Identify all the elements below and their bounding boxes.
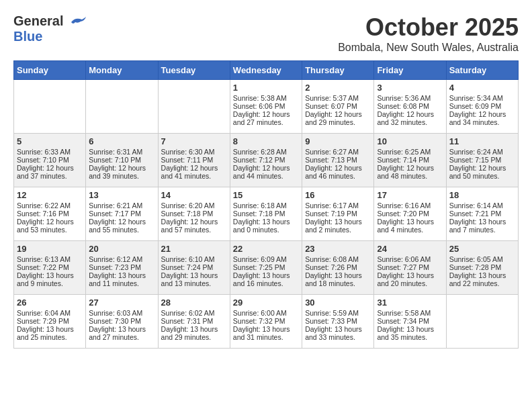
day-number: 21	[161, 244, 227, 254]
sunrise-text: Sunrise: 6:22 AM	[17, 201, 83, 210]
page-header: General Blue October 2025 Bombala, New S…	[13, 13, 519, 54]
daylight-text: Daylight: 13 hours and 35 minutes.	[377, 325, 443, 341]
sunrise-text: Sunrise: 6:09 AM	[233, 255, 299, 263]
day-number: 22	[233, 244, 299, 254]
calendar-cell: 18Sunrise: 6:14 AMSunset: 7:21 PMDayligh…	[446, 187, 518, 241]
sunset-text: Sunset: 7:11 PM	[161, 156, 227, 164]
sunset-text: Sunset: 7:21 PM	[449, 210, 515, 218]
day-number: 28	[161, 298, 227, 308]
day-number: 11	[449, 136, 515, 146]
sunset-text: Sunset: 6:07 PM	[305, 102, 371, 110]
calendar-cell: 3Sunrise: 5:36 AMSunset: 6:08 PMDaylight…	[374, 80, 446, 134]
day-number: 29	[233, 298, 299, 308]
sunrise-text: Sunrise: 6:02 AM	[161, 309, 227, 317]
weekday-header-saturday: Saturday	[446, 61, 518, 80]
sunset-text: Sunset: 7:12 PM	[233, 156, 299, 164]
sunrise-text: Sunrise: 5:38 AM	[233, 94, 299, 102]
sunset-text: Sunset: 7:32 PM	[233, 317, 299, 325]
day-number: 18	[449, 190, 515, 200]
calendar-cell: 5Sunrise: 6:33 AMSunset: 7:10 PMDaylight…	[14, 134, 86, 187]
sunset-text: Sunset: 7:33 PM	[305, 317, 371, 325]
daylight-text: Daylight: 13 hours and 2 minutes.	[305, 218, 371, 234]
logo-general: General	[13, 13, 87, 29]
location: Bombala, New South Wales, Australia	[338, 42, 519, 54]
day-number: 26	[17, 298, 83, 308]
sunrise-text: Sunrise: 5:58 AM	[377, 309, 443, 317]
sunrise-text: Sunrise: 6:10 AM	[161, 255, 227, 263]
sunrise-text: Sunrise: 6:28 AM	[233, 148, 299, 156]
daylight-text: Daylight: 12 hours and 32 minutes.	[377, 110, 443, 126]
calendar-cell: 25Sunrise: 6:05 AMSunset: 7:28 PMDayligh…	[446, 241, 518, 295]
sunset-text: Sunset: 7:34 PM	[377, 317, 443, 325]
calendar-cell: 19Sunrise: 6:13 AMSunset: 7:22 PMDayligh…	[14, 241, 86, 295]
day-number: 2	[305, 83, 371, 93]
daylight-text: Daylight: 12 hours and 39 minutes.	[89, 164, 154, 180]
sunset-text: Sunset: 7:19 PM	[305, 210, 371, 218]
sunrise-text: Sunrise: 5:37 AM	[305, 94, 371, 102]
calendar-week-row: 1Sunrise: 5:38 AMSunset: 6:06 PMDaylight…	[14, 80, 519, 134]
sunset-text: Sunset: 7:23 PM	[89, 263, 154, 271]
sunrise-text: Sunrise: 5:59 AM	[305, 309, 371, 317]
sunset-text: Sunset: 7:18 PM	[161, 210, 227, 218]
daylight-text: Daylight: 12 hours and 27 minutes.	[233, 110, 299, 126]
sunrise-text: Sunrise: 6:00 AM	[233, 309, 299, 317]
day-number: 6	[89, 136, 154, 146]
day-number: 31	[377, 298, 443, 308]
day-number: 10	[377, 136, 443, 146]
calendar-cell: 10Sunrise: 6:25 AMSunset: 7:14 PMDayligh…	[374, 134, 446, 187]
day-number: 5	[17, 136, 83, 146]
calendar-cell	[158, 80, 230, 134]
daylight-text: Daylight: 13 hours and 11 minutes.	[89, 271, 154, 287]
calendar-cell: 26Sunrise: 6:04 AMSunset: 7:29 PMDayligh…	[14, 295, 86, 349]
sunrise-text: Sunrise: 6:24 AM	[449, 148, 515, 156]
sunrise-text: Sunrise: 5:36 AM	[377, 94, 443, 102]
daylight-text: Daylight: 12 hours and 55 minutes.	[89, 218, 154, 234]
day-number: 7	[161, 136, 227, 146]
sunset-text: Sunset: 7:30 PM	[89, 317, 154, 325]
calendar-cell	[446, 295, 518, 349]
daylight-text: Daylight: 13 hours and 29 minutes.	[161, 325, 227, 341]
logo: General Blue	[13, 13, 87, 44]
daylight-text: Daylight: 13 hours and 9 minutes.	[17, 271, 83, 287]
sunrise-text: Sunrise: 6:27 AM	[305, 148, 371, 156]
daylight-text: Daylight: 12 hours and 46 minutes.	[305, 164, 371, 180]
calendar-cell: 27Sunrise: 6:03 AMSunset: 7:30 PMDayligh…	[86, 295, 158, 349]
sunset-text: Sunset: 6:09 PM	[449, 102, 515, 110]
sunset-text: Sunset: 7:31 PM	[161, 317, 227, 325]
day-number: 19	[17, 244, 83, 254]
calendar-cell: 9Sunrise: 6:27 AMSunset: 7:13 PMDaylight…	[302, 134, 374, 187]
daylight-text: Daylight: 13 hours and 13 minutes.	[161, 271, 227, 287]
weekday-header-sunday: Sunday	[14, 61, 86, 80]
calendar-cell: 14Sunrise: 6:20 AMSunset: 7:18 PMDayligh…	[158, 187, 230, 241]
calendar-week-row: 19Sunrise: 6:13 AMSunset: 7:22 PMDayligh…	[14, 241, 519, 295]
daylight-text: Daylight: 13 hours and 27 minutes.	[89, 325, 154, 341]
sunrise-text: Sunrise: 6:21 AM	[89, 201, 154, 210]
calendar-cell: 13Sunrise: 6:21 AMSunset: 7:17 PMDayligh…	[86, 187, 158, 241]
weekday-header-monday: Monday	[86, 61, 158, 80]
sunset-text: Sunset: 7:14 PM	[377, 156, 443, 164]
calendar-cell: 20Sunrise: 6:12 AMSunset: 7:23 PMDayligh…	[86, 241, 158, 295]
daylight-text: Daylight: 12 hours and 57 minutes.	[161, 218, 227, 234]
calendar-cell: 28Sunrise: 6:02 AMSunset: 7:31 PMDayligh…	[158, 295, 230, 349]
sunrise-text: Sunrise: 6:06 AM	[377, 255, 443, 263]
weekday-header-thursday: Thursday	[302, 61, 374, 80]
weekday-header-tuesday: Tuesday	[158, 61, 230, 80]
calendar-cell: 11Sunrise: 6:24 AMSunset: 7:15 PMDayligh…	[446, 134, 518, 187]
logo-blue: Blue	[13, 29, 42, 44]
sunrise-text: Sunrise: 6:08 AM	[305, 255, 371, 263]
day-number: 30	[305, 298, 371, 308]
daylight-text: Daylight: 13 hours and 22 minutes.	[449, 271, 515, 287]
month-title: October 2025	[338, 13, 519, 42]
sunset-text: Sunset: 6:08 PM	[377, 102, 443, 110]
daylight-text: Daylight: 13 hours and 0 minutes.	[233, 218, 299, 234]
calendar-cell: 16Sunrise: 6:17 AMSunset: 7:19 PMDayligh…	[302, 187, 374, 241]
daylight-text: Daylight: 13 hours and 33 minutes.	[305, 325, 371, 341]
day-number: 15	[233, 190, 299, 200]
day-number: 16	[305, 190, 371, 200]
calendar-cell: 8Sunrise: 6:28 AMSunset: 7:12 PMDaylight…	[230, 134, 302, 187]
sunrise-text: Sunrise: 6:25 AM	[377, 148, 443, 156]
daylight-text: Daylight: 13 hours and 4 minutes.	[377, 218, 443, 234]
day-number: 9	[305, 136, 371, 146]
sunset-text: Sunset: 7:17 PM	[89, 210, 154, 218]
day-number: 4	[449, 83, 515, 93]
